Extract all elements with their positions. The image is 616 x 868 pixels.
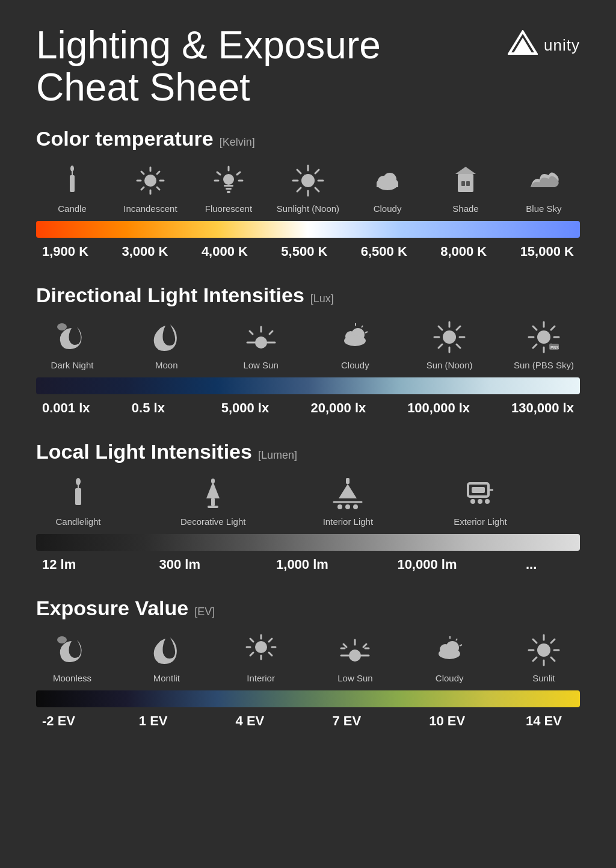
directional-light-title: Directional Light Intensities [Lux]	[36, 284, 580, 307]
svg-rect-22	[227, 191, 230, 193]
candle-icon	[60, 163, 85, 199]
interior-label: Interior Light	[323, 516, 373, 527]
svg-line-69	[533, 344, 537, 348]
local-light-title: Local Light Intensities [Lumen]	[36, 440, 580, 463]
svg-point-4	[70, 166, 74, 172]
svg-line-16	[217, 172, 220, 175]
ev-gradient-bar	[36, 690, 580, 707]
color-temp-val-2: 4,000 K	[202, 244, 250, 259]
moonless-label: Moonless	[53, 673, 91, 683]
ev-sunlit-label: Sunlit	[532, 673, 555, 683]
svg-line-57	[439, 326, 442, 330]
ev-low-sun-icon	[339, 632, 371, 668]
color-temp-item-shade: Shade	[436, 163, 496, 214]
svg-rect-86	[472, 487, 485, 493]
svg-line-45	[270, 331, 273, 334]
ev-val-1: 1 EV	[139, 713, 187, 729]
svg-rect-38	[461, 181, 465, 186]
svg-line-66	[533, 326, 537, 330]
svg-text:PBS: PBS	[550, 346, 559, 350]
exterior-light-icon	[462, 476, 498, 512]
local-val-0: 12 lm	[42, 557, 90, 572]
ev-val-3: 7 EV	[332, 713, 380, 729]
directional-light-section: Directional Light Intensities [Lux] Dark…	[36, 284, 580, 416]
ev-val-4: 10 EV	[429, 713, 477, 729]
ev-item-interior: Interior	[231, 632, 291, 683]
dir-sun-noon-icon	[433, 319, 466, 355]
ev-item-sunlit: Sunlit	[514, 632, 574, 683]
color-temp-val-3: 5,500 K	[281, 244, 329, 259]
dir-val-0: 0.001 lx	[42, 400, 90, 416]
svg-point-83	[345, 504, 350, 509]
incandescent-label: Incandescent	[123, 203, 177, 214]
unity-brand-label: unity	[544, 36, 580, 55]
dir-item-low-sun: Low Sun	[231, 319, 291, 370]
svg-point-48	[344, 335, 366, 346]
fluorescent-icon	[212, 163, 245, 199]
cloudy-label: Cloudy	[374, 203, 402, 214]
exposure-value-title: Exposure Value [EV]	[36, 597, 580, 620]
low-sun-icon	[245, 319, 277, 355]
dir-item-moon: Moon	[137, 319, 197, 370]
incandescent-icon	[134, 163, 167, 199]
candlelight-label: Candlelight	[55, 516, 100, 527]
dir-light-gradient-bar	[36, 377, 580, 394]
color-temp-item-sun-noon: Sunlight (Noon)	[277, 163, 339, 214]
color-temp-val-5: 8,000 K	[440, 244, 488, 259]
local-item-candlelight: Candlelight	[48, 476, 108, 527]
dir-cloudy-label: Cloudy	[341, 360, 369, 370]
svg-rect-39	[466, 181, 470, 186]
svg-rect-21	[226, 188, 232, 190]
svg-marker-80	[339, 484, 357, 498]
ev-val-2: 4 EV	[236, 713, 284, 729]
sun-noon-label: Sunlight (Noon)	[277, 203, 339, 214]
svg-point-74	[76, 478, 81, 485]
svg-line-29	[315, 188, 319, 191]
candle-label: Candle	[58, 203, 87, 214]
svg-line-98	[269, 653, 272, 656]
exterior-label: Exterior Light	[454, 516, 507, 527]
dir-light-values: 0.001 lx 0.5 lx 5,000 lx 20,000 lx 100,0…	[36, 400, 580, 416]
ev-interior-label: Interior	[247, 673, 275, 683]
svg-line-59	[457, 326, 460, 330]
dir-val-1: 0.5 lx	[132, 400, 180, 416]
dir-item-sun-pbs: PBS Sun (PBS Sky)	[514, 319, 574, 370]
dir-item-sun-noon: Sun (Noon)	[419, 319, 479, 370]
color-temp-icons-row: Candle Incandescent	[36, 163, 580, 214]
svg-line-10	[141, 172, 144, 174]
svg-marker-37	[455, 167, 476, 174]
svg-rect-79	[346, 478, 350, 484]
ev-icons-row: Moonless Montlit	[36, 632, 580, 683]
unity-icon	[508, 30, 538, 60]
svg-line-121	[551, 639, 555, 643]
dir-sun-pbs-icon: PBS	[528, 319, 560, 355]
moon-label: Moon	[155, 360, 178, 370]
ev-low-sun-label: Low Sun	[337, 673, 372, 683]
dir-val-4: 100,000 lx	[407, 400, 470, 416]
local-light-section: Local Light Intensities [Lumen] Candleli…	[36, 440, 580, 572]
ev-cloudy-label: Cloudy	[436, 673, 464, 683]
low-sun-label: Low Sun	[243, 360, 278, 370]
exposure-value-section: Exposure Value [EV] Moonless Montlit	[36, 597, 580, 729]
local-item-interior: Interior Light	[318, 476, 378, 527]
color-temp-item-candle: Candle	[42, 163, 102, 214]
svg-point-5	[144, 175, 156, 187]
svg-line-30	[315, 170, 319, 173]
local-item-decorative: Decorative Light	[180, 476, 245, 527]
svg-point-91	[57, 636, 67, 643]
svg-line-120	[551, 657, 555, 661]
svg-rect-78	[211, 479, 215, 483]
svg-point-42	[255, 336, 267, 349]
moon-icon	[153, 319, 180, 355]
local-val-1: 300 lm	[159, 557, 208, 572]
color-temp-item-fluorescent: Fluorescent	[199, 163, 259, 214]
svg-rect-36	[458, 174, 473, 192]
svg-line-12	[157, 172, 159, 174]
shade-label: Shade	[452, 203, 478, 214]
svg-point-114	[537, 643, 550, 657]
ev-item-low-sun: Low Sun	[325, 632, 385, 683]
ev-val-0: -2 EV	[42, 713, 90, 729]
svg-rect-76	[211, 498, 215, 506]
svg-line-17	[237, 172, 240, 175]
svg-point-61	[537, 330, 550, 344]
